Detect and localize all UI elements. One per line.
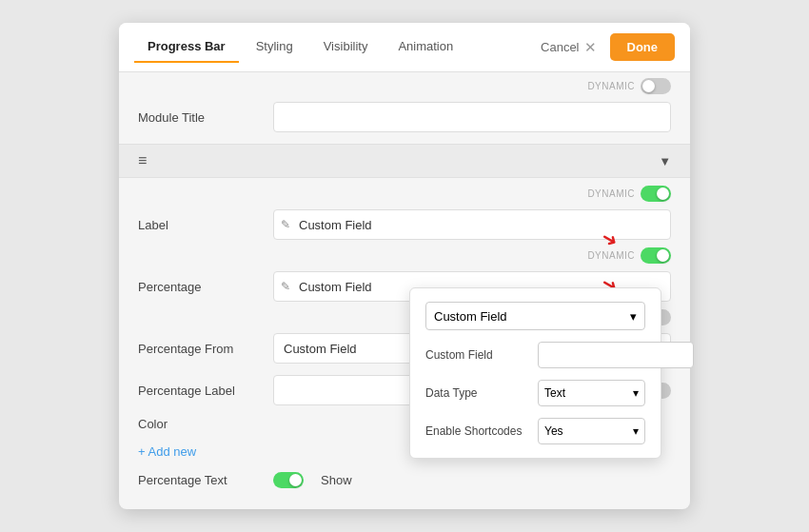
popup-shortcodes-chevron: ▾ bbox=[633, 424, 639, 438]
cancel-label: Cancel bbox=[541, 40, 579, 54]
pl-field-label: Percentage Label bbox=[138, 384, 262, 398]
popup-main-chevron: ▾ bbox=[630, 309, 637, 324]
popup-shortcodes-row: Enable Shortcodes Yes ▾ bbox=[425, 418, 645, 444]
popup-data-type-chevron: ▾ bbox=[633, 386, 639, 400]
popup-data-type-label: Data Type bbox=[425, 386, 530, 400]
separator-bar: ≡ ▼ bbox=[119, 144, 690, 178]
popup-data-type-select[interactable]: Text ▾ bbox=[538, 380, 645, 406]
toggle-knob bbox=[642, 80, 655, 92]
percentage-dynamic-toggle[interactable] bbox=[641, 247, 671, 264]
popup-custom-field-input[interactable] bbox=[538, 342, 694, 368]
dynamic-top-label: DYNAMIC bbox=[587, 81, 635, 91]
popup-shortcodes-value: Yes bbox=[544, 424, 563, 438]
label-custom-field-input[interactable] bbox=[273, 209, 671, 240]
popup-shortcodes-label: Enable Shortcodes bbox=[425, 424, 530, 438]
module-title-label: Module Title bbox=[138, 110, 262, 125]
percentage-dynamic-label: DYNAMIC bbox=[587, 250, 635, 261]
popup-shortcodes-select[interactable]: Yes ▾ bbox=[538, 418, 645, 444]
label-input-wrapper: ✎ bbox=[273, 209, 671, 240]
popup-data-type-row: Data Type Text ▾ bbox=[425, 380, 645, 406]
percentage-field-label: Percentage bbox=[138, 280, 262, 294]
pf-field-label: Percentage From bbox=[138, 342, 262, 356]
color-label: Color bbox=[138, 417, 262, 431]
tab-progress-bar[interactable]: Progress Bar bbox=[134, 31, 239, 63]
tab-visibility[interactable]: Visibility bbox=[310, 31, 382, 63]
cancel-button[interactable]: Cancel ✕ bbox=[531, 33, 605, 62]
percentage-toggle-knob bbox=[657, 249, 669, 262]
dynamic-top-row: DYNAMIC bbox=[119, 72, 690, 96]
label-field-label: Label bbox=[138, 218, 262, 232]
settings-panel: Progress Bar Styling Visibility Animatio… bbox=[119, 23, 690, 509]
chevron-down-icon[interactable]: ▼ bbox=[659, 154, 671, 168]
pt-label: Percentage Text bbox=[138, 473, 262, 487]
popup-main-value: Custom Field bbox=[434, 309, 507, 324]
label-dynamic-row: DYNAMIC bbox=[119, 184, 690, 204]
hamburger-icon[interactable]: ≡ bbox=[138, 152, 147, 169]
pt-show-label: Show bbox=[321, 473, 352, 487]
dynamic-top-toggle[interactable] bbox=[641, 78, 671, 94]
done-button[interactable]: Done bbox=[610, 33, 676, 61]
pt-toggle-knob bbox=[289, 474, 302, 486]
close-icon: ✕ bbox=[584, 39, 597, 56]
label-dynamic-label: DYNAMIC bbox=[587, 188, 635, 199]
popup-custom-field-label: Custom Field bbox=[425, 348, 530, 362]
module-title-input[interactable] bbox=[273, 102, 671, 132]
module-title-row: Module Title bbox=[119, 96, 690, 138]
panel-header: Progress Bar Styling Visibility Animatio… bbox=[119, 23, 690, 72]
popup-dropdown: Custom Field ▾ Custom Field Data Type Te… bbox=[409, 287, 661, 459]
popup-custom-field-row: Custom Field bbox=[425, 342, 645, 368]
percentage-text-row: Percentage Text Show bbox=[119, 466, 690, 494]
label-toggle-knob bbox=[657, 187, 669, 200]
popup-main-select[interactable]: Custom Field ▾ bbox=[425, 302, 645, 330]
tab-styling[interactable]: Styling bbox=[243, 31, 306, 63]
tab-animation[interactable]: Animation bbox=[385, 31, 466, 63]
label-dynamic-toggle[interactable] bbox=[641, 186, 671, 202]
percentage-dynamic-row: DYNAMIC bbox=[119, 246, 690, 266]
pf-select-value: Custom Field bbox=[284, 342, 357, 356]
pt-toggle[interactable] bbox=[273, 472, 304, 488]
label-row: Label ✎ bbox=[119, 204, 690, 246]
popup-main-row: Custom Field ▾ bbox=[425, 302, 645, 330]
popup-data-type-value: Text bbox=[544, 386, 565, 400]
